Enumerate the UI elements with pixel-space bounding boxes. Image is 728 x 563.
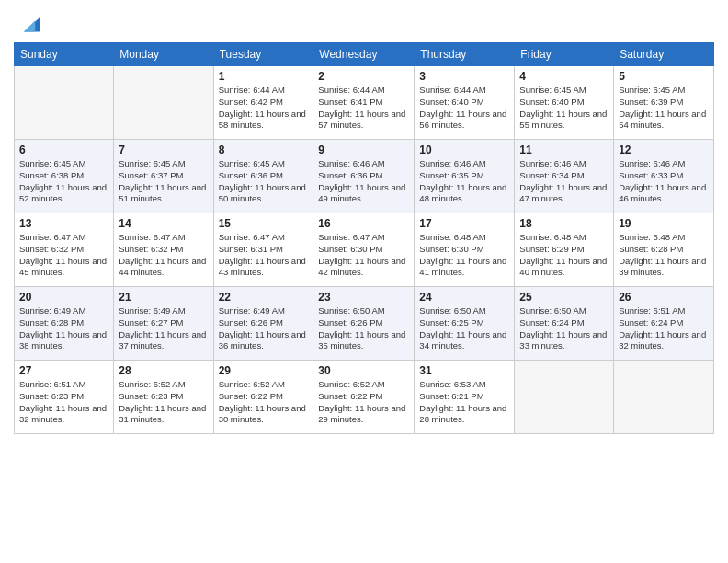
day-info: Sunrise: 6:52 AMSunset: 6:22 PMDaylight:… [219,379,309,426]
calendar-cell: 7Sunrise: 6:45 AMSunset: 6:37 PMDaylight… [114,140,213,213]
calendar-week-row: 1Sunrise: 6:44 AMSunset: 6:42 PMDaylight… [15,66,714,140]
day-info: Sunrise: 6:48 AMSunset: 6:30 PMDaylight:… [419,232,509,279]
calendar-cell: 1Sunrise: 6:44 AMSunset: 6:42 PMDaylight… [213,66,313,140]
calendar-cell: 31Sunrise: 6:53 AMSunset: 6:21 PMDayligh… [415,361,515,434]
day-info: Sunrise: 6:47 AMSunset: 6:30 PMDaylight:… [318,232,409,279]
day-number: 29 [219,364,309,377]
calendar-cell: 18Sunrise: 6:48 AMSunset: 6:29 PMDayligh… [515,213,614,287]
day-info: Sunrise: 6:52 AMSunset: 6:23 PMDaylight:… [119,379,208,426]
calendar-cell: 20Sunrise: 6:49 AMSunset: 6:28 PMDayligh… [15,287,114,361]
calendar-cell [15,66,114,140]
calendar-week-row: 13Sunrise: 6:47 AMSunset: 6:32 PMDayligh… [15,213,714,287]
calendar-cell: 14Sunrise: 6:47 AMSunset: 6:32 PMDayligh… [114,213,213,287]
day-info: Sunrise: 6:48 AMSunset: 6:29 PMDaylight:… [519,232,609,279]
day-info: Sunrise: 6:50 AMSunset: 6:25 PMDaylight:… [419,305,509,352]
calendar-cell: 5Sunrise: 6:45 AMSunset: 6:39 PMDaylight… [614,66,714,140]
calendar-cell: 19Sunrise: 6:48 AMSunset: 6:28 PMDayligh… [614,213,714,287]
calendar-cell: 23Sunrise: 6:50 AMSunset: 6:26 PMDayligh… [313,287,415,361]
day-number: 21 [119,291,208,304]
calendar-cell: 8Sunrise: 6:45 AMSunset: 6:36 PMDaylight… [213,140,313,213]
day-number: 28 [119,364,208,377]
calendar-cell: 10Sunrise: 6:46 AMSunset: 6:35 PMDayligh… [415,140,515,213]
day-number: 12 [619,144,709,156]
day-number: 7 [119,144,208,156]
calendar-cell [614,361,714,434]
day-number: 23 [318,291,409,304]
day-number: 8 [219,144,309,156]
calendar-cell: 26Sunrise: 6:51 AMSunset: 6:24 PMDayligh… [614,287,714,361]
day-number: 22 [219,291,309,304]
day-number: 18 [519,217,609,230]
day-info: Sunrise: 6:47 AMSunset: 6:32 PMDaylight:… [119,232,208,279]
calendar-cell: 15Sunrise: 6:47 AMSunset: 6:31 PMDayligh… [213,213,313,287]
day-number: 15 [219,217,309,230]
day-number: 24 [419,291,509,304]
page: SundayMondayTuesdayWednesdayThursdayFrid… [0,0,728,563]
day-info: Sunrise: 6:47 AMSunset: 6:31 PMDaylight:… [219,232,309,279]
day-number: 27 [19,364,108,377]
day-number: 11 [519,144,609,156]
header [14,9,714,35]
day-number: 20 [19,291,108,304]
calendar-cell: 16Sunrise: 6:47 AMSunset: 6:30 PMDayligh… [313,213,415,287]
day-info: Sunrise: 6:52 AMSunset: 6:22 PMDaylight:… [318,379,409,426]
weekday-header: Friday [515,43,614,66]
day-info: Sunrise: 6:44 AMSunset: 6:41 PMDaylight:… [318,85,409,132]
day-info: Sunrise: 6:45 AMSunset: 6:37 PMDaylight:… [119,158,208,205]
calendar-cell: 30Sunrise: 6:52 AMSunset: 6:22 PMDayligh… [313,361,415,434]
day-number: 10 [419,144,509,156]
day-number: 30 [318,364,409,377]
day-number: 3 [419,70,509,83]
day-number: 5 [619,70,709,83]
calendar-cell: 11Sunrise: 6:46 AMSunset: 6:34 PMDayligh… [515,140,614,213]
day-number: 26 [619,291,709,304]
weekday-header: Monday [114,43,213,66]
day-number: 17 [419,217,509,230]
calendar-cell: 4Sunrise: 6:45 AMSunset: 6:40 PMDaylight… [515,66,614,140]
day-number: 4 [519,70,609,83]
day-info: Sunrise: 6:47 AMSunset: 6:32 PMDaylight:… [19,232,108,279]
calendar-header-row: SundayMondayTuesdayWednesdayThursdayFrid… [15,43,714,66]
calendar-table: SundayMondayTuesdayWednesdayThursdayFrid… [14,42,714,434]
day-number: 14 [119,217,208,230]
calendar-cell: 28Sunrise: 6:52 AMSunset: 6:23 PMDayligh… [114,361,213,434]
day-number: 6 [19,144,108,156]
calendar-cell [515,361,614,434]
calendar-cell: 9Sunrise: 6:46 AMSunset: 6:36 PMDaylight… [313,140,415,213]
day-info: Sunrise: 6:49 AMSunset: 6:26 PMDaylight:… [219,305,309,352]
weekday-header: Saturday [614,43,714,66]
calendar-cell: 22Sunrise: 6:49 AMSunset: 6:26 PMDayligh… [213,287,313,361]
logo [14,9,43,35]
day-info: Sunrise: 6:51 AMSunset: 6:24 PMDaylight:… [619,305,709,352]
calendar-cell: 25Sunrise: 6:50 AMSunset: 6:24 PMDayligh… [515,287,614,361]
day-info: Sunrise: 6:45 AMSunset: 6:40 PMDaylight:… [519,85,609,132]
day-info: Sunrise: 6:46 AMSunset: 6:35 PMDaylight:… [419,158,509,205]
day-info: Sunrise: 6:45 AMSunset: 6:39 PMDaylight:… [619,85,709,132]
logo-icon [17,9,43,35]
calendar-cell: 17Sunrise: 6:48 AMSunset: 6:30 PMDayligh… [415,213,515,287]
day-number: 2 [318,70,409,83]
calendar-week-row: 27Sunrise: 6:51 AMSunset: 6:23 PMDayligh… [15,361,714,434]
calendar-cell: 21Sunrise: 6:49 AMSunset: 6:27 PMDayligh… [114,287,213,361]
day-info: Sunrise: 6:44 AMSunset: 6:42 PMDaylight:… [219,85,309,132]
day-info: Sunrise: 6:46 AMSunset: 6:36 PMDaylight:… [318,158,409,205]
weekday-header: Thursday [415,43,515,66]
day-number: 1 [219,70,309,83]
calendar-cell [114,66,213,140]
day-info: Sunrise: 6:46 AMSunset: 6:33 PMDaylight:… [619,158,709,205]
day-info: Sunrise: 6:49 AMSunset: 6:28 PMDaylight:… [19,305,108,352]
day-info: Sunrise: 6:44 AMSunset: 6:40 PMDaylight:… [419,85,509,132]
weekday-header: Sunday [15,43,114,66]
calendar-cell: 12Sunrise: 6:46 AMSunset: 6:33 PMDayligh… [614,140,714,213]
calendar-cell: 3Sunrise: 6:44 AMSunset: 6:40 PMDaylight… [415,66,515,140]
day-number: 16 [318,217,409,230]
calendar-cell: 13Sunrise: 6:47 AMSunset: 6:32 PMDayligh… [15,213,114,287]
calendar-week-row: 20Sunrise: 6:49 AMSunset: 6:28 PMDayligh… [15,287,714,361]
weekday-header: Wednesday [313,43,415,66]
calendar-cell: 24Sunrise: 6:50 AMSunset: 6:25 PMDayligh… [415,287,515,361]
calendar-cell: 29Sunrise: 6:52 AMSunset: 6:22 PMDayligh… [213,361,313,434]
day-info: Sunrise: 6:48 AMSunset: 6:28 PMDaylight:… [619,232,709,279]
calendar-week-row: 6Sunrise: 6:45 AMSunset: 6:38 PMDaylight… [15,140,714,213]
calendar-cell: 27Sunrise: 6:51 AMSunset: 6:23 PMDayligh… [15,361,114,434]
day-info: Sunrise: 6:45 AMSunset: 6:38 PMDaylight:… [19,158,108,205]
